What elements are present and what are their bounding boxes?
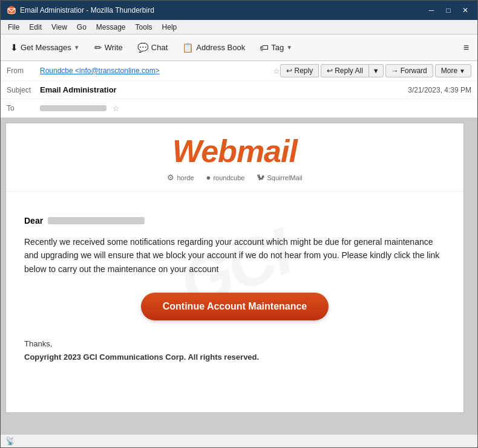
- tag-label: Tag: [271, 43, 284, 52]
- to-star-icon[interactable]: ☆: [113, 104, 120, 113]
- roundcube-provider: ● roundcube: [206, 173, 245, 182]
- more-label: More: [441, 67, 457, 75]
- email-actions: ↩ Reply ↩ Reply All ▼ → Forward More: [280, 64, 471, 77]
- toolbar: ⬇ Get Messages ▼ ✏ Write 💬 Chat 📋 Addres…: [1, 34, 477, 61]
- get-messages-dropdown-icon[interactable]: ▼: [74, 44, 80, 51]
- subject-row: Subject Email Administratior 3/21/2023, …: [1, 81, 477, 99]
- email-body-wrapper: GCI Webmail ⚙ horde ● roundcube 🐿 Squirr: [5, 123, 464, 413]
- menu-view[interactable]: View: [47, 22, 72, 33]
- horde-icon: ⚙: [167, 173, 174, 182]
- horde-provider: ⚙ horde: [167, 173, 194, 182]
- star-icon[interactable]: ☆: [273, 67, 280, 76]
- tag-button[interactable]: 🏷 Tag ▼: [254, 39, 298, 56]
- forward-arrow-icon: →: [391, 67, 399, 75]
- squirrelmail-label: SquirrelMail: [267, 174, 302, 181]
- reply-all-dropdown[interactable]: ▼: [369, 64, 384, 77]
- main-window: Email Administratior - Mozilla Thunderbi…: [0, 0, 478, 448]
- connection-status-icon: 📡: [5, 437, 15, 446]
- tag-icon: 🏷: [260, 42, 269, 53]
- address-book-button[interactable]: 📋 Address Book: [176, 39, 251, 56]
- to-address-blurred: [40, 105, 106, 111]
- reply-all-button[interactable]: ↩ Reply All: [321, 64, 369, 77]
- menu-message[interactable]: Message: [91, 22, 131, 33]
- chat-label: Chat: [151, 43, 168, 52]
- reply-button[interactable]: ↩ Reply: [280, 64, 319, 77]
- roundcube-label: roundcube: [213, 174, 244, 181]
- chat-icon: 💬: [137, 42, 149, 53]
- reply-label: Reply: [294, 67, 313, 75]
- to-label: To: [7, 104, 40, 112]
- menu-tools[interactable]: Tools: [131, 22, 157, 33]
- subject-label: Subject: [7, 86, 40, 94]
- to-row: To ☆: [1, 99, 477, 117]
- menu-file[interactable]: File: [3, 22, 24, 33]
- email-content-area[interactable]: GCI Webmail ⚙ horde ● roundcube 🐿 Squirr: [1, 118, 477, 434]
- to-value: ☆: [40, 104, 120, 113]
- menu-help[interactable]: Help: [157, 22, 182, 33]
- get-messages-label: Get Messages: [21, 43, 71, 52]
- squirrelmail-provider: 🐿 SquirrelMail: [257, 173, 302, 182]
- close-button[interactable]: ✕: [459, 4, 471, 16]
- email-body-content: Dear Recently we received some notificat…: [6, 204, 463, 382]
- squirrelmail-icon: 🐿: [257, 173, 264, 182]
- webmail-header: Webmail ⚙ horde ● roundcube 🐿 SquirrelMa…: [6, 123, 463, 192]
- providers-row: ⚙ horde ● roundcube 🐿 SquirrelMail: [6, 173, 463, 182]
- minimize-button[interactable]: ─: [425, 4, 437, 16]
- status-bar: 📡: [1, 434, 477, 447]
- footer-copyright: Copyright 2023 GCI Communications Corp. …: [24, 351, 445, 364]
- from-label: From: [7, 67, 40, 75]
- footer-thanks: Thanks,: [24, 337, 445, 351]
- app-icon: [7, 5, 16, 15]
- email-header: From Roundcbe <info@transctonline.com> ☆…: [1, 61, 477, 118]
- horde-label: horde: [177, 174, 194, 181]
- get-messages-button[interactable]: ⬇ Get Messages ▼: [4, 39, 86, 56]
- more-dropdown-icon: ▼: [459, 68, 465, 74]
- reply-all-label: Reply All: [335, 67, 363, 75]
- cta-container: Continue Account Maintenance: [24, 293, 445, 320]
- maximize-button[interactable]: □: [442, 4, 454, 16]
- reply-button-group: ↩ Reply: [280, 64, 319, 77]
- dear-line: Dear: [24, 216, 445, 226]
- body-text: Recently we received some notifications …: [24, 235, 445, 276]
- from-row: From Roundcbe <info@transctonline.com> ☆…: [1, 61, 477, 81]
- footer-text: Thanks, Copyright 2023 GCI Communication…: [24, 337, 445, 364]
- chat-button[interactable]: 💬 Chat: [131, 39, 174, 56]
- download-icon: ⬇: [10, 42, 18, 53]
- reply-arrow-icon: ↩: [286, 67, 292, 75]
- forward-label: Forward: [401, 67, 427, 75]
- window-title: Email Administratior - Mozilla Thunderbi…: [20, 6, 425, 15]
- recipient-name-blurred: [48, 217, 145, 224]
- roundcube-icon: ●: [206, 173, 211, 182]
- menu-bar: File Edit View Go Message Tools Help: [1, 20, 477, 34]
- address-book-label: Address Book: [196, 43, 245, 52]
- from-value: Roundcbe <info@transctonline.com>: [40, 67, 270, 75]
- reply-all-arrow-icon: ↩: [327, 67, 333, 75]
- continue-account-maintenance-button[interactable]: Continue Account Maintenance: [141, 293, 329, 320]
- dear-prefix: Dear: [24, 216, 43, 226]
- subject-value: Email Administratior: [40, 85, 408, 94]
- menu-edit[interactable]: Edit: [24, 22, 47, 33]
- address-book-icon: 📋: [182, 42, 194, 53]
- write-label: Write: [105, 43, 123, 52]
- forward-button[interactable]: → Forward: [385, 64, 433, 77]
- hamburger-menu-button[interactable]: ≡: [459, 39, 474, 56]
- title-bar: Email Administratior - Mozilla Thunderbi…: [1, 1, 477, 20]
- write-button[interactable]: ✏ Write: [88, 39, 129, 56]
- more-button[interactable]: More ▼: [435, 64, 471, 77]
- tag-dropdown-icon[interactable]: ▼: [286, 44, 292, 51]
- write-icon: ✏: [94, 42, 102, 53]
- menu-go[interactable]: Go: [72, 22, 91, 33]
- webmail-logo: Webmail: [6, 135, 463, 167]
- reply-all-button-group: ↩ Reply All ▼: [321, 64, 384, 77]
- email-date: 3/21/2023, 4:39 PM: [408, 86, 471, 94]
- window-controls: ─ □ ✕: [425, 4, 471, 16]
